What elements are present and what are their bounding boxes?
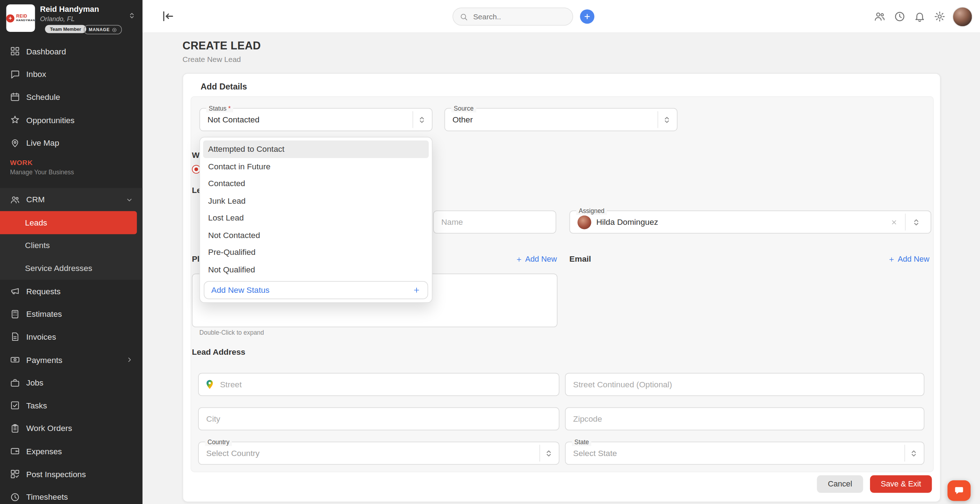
account-switcher-icon[interactable] [127,11,137,21]
search-input[interactable] [472,11,566,22]
timesheets-icon [10,492,20,502]
stepper-icon [661,114,672,125]
sidebar-item-clients[interactable]: Clients [0,234,143,257]
status-value: Not Contacted [207,115,404,124]
add-icon [413,286,421,294]
sidebar-item-live-map[interactable]: Live Map [0,132,143,154]
create-lead-card: Add Details Status * Not Contacted Sourc… [183,73,941,502]
company-logo: + REID HANDYMAN [6,4,35,32]
crm-icon [10,195,20,205]
sidebar: + REID HANDYMAN Reid Handyman Orlando, F… [0,0,143,504]
company-name: Reid Handyman [40,5,99,14]
chat-icon [954,485,965,496]
lead-address-title: Lead Address [192,347,245,357]
chevron-down-icon [125,195,134,204]
sidebar-item-post-inspections[interactable]: Post Inspections [0,463,143,486]
schedule-icon [10,92,20,102]
sidebar-item-requests[interactable]: Requests [0,280,143,303]
company-location: Orlando, FL [40,15,75,22]
zipcode-input[interactable] [565,407,924,431]
payments-icon [10,355,20,365]
obscured-label-fragment: Pl [192,254,199,263]
sidebar-item-dashboard[interactable]: Dashboard [0,40,143,63]
crm-group: CRM LeadsClientsService Addresses [0,188,143,280]
sidebar-item-estimates[interactable]: Estimates [0,303,143,326]
collapse-sidebar-icon[interactable] [160,9,175,24]
chevron-right-icon [125,355,134,364]
notifications-icon[interactable] [914,11,926,22]
street-continued-input[interactable] [565,373,924,396]
phone-add-new-button[interactable]: Add New [501,255,557,263]
sidebar-item-service-addresses[interactable]: Service Addresses [0,257,143,280]
status-option-contacted[interactable]: Contacted [203,175,429,192]
assigned-select[interactable]: Assigned Hilda Dominguez [570,211,931,234]
country-label: Country [205,439,232,446]
quick-add-button[interactable] [580,9,594,24]
expand-hint: Double-Click to expand [199,329,264,336]
add-new-status-button[interactable]: Add New Status [204,281,428,299]
work-orders-icon [10,423,20,433]
sidebar-item-expenses[interactable]: Expenses [0,440,143,463]
sidebar-item-schedule[interactable]: Schedule [0,86,143,108]
state-label: State [572,439,592,446]
cancel-button[interactable]: Cancel [817,475,863,493]
add-icon [888,256,895,263]
history-icon[interactable] [894,11,905,22]
city-input[interactable] [198,407,560,431]
status-option-contact-in-future[interactable]: Contact in Future [203,158,429,175]
sidebar-item-work-orders[interactable]: Work Orders [0,417,143,440]
email-section-label: Email [570,254,591,263]
estimates-icon [10,309,20,319]
name-input[interactable] [433,211,556,234]
status-option-not-contacted[interactable]: Not Contacted [203,227,429,244]
save-exit-button[interactable]: Save & Exit [870,475,932,493]
sidebar-item-tasks[interactable]: Tasks [0,394,143,417]
source-value: Other [452,115,649,124]
sidebar-item-invoices[interactable]: Invoices [0,325,143,348]
live-map-icon [10,138,20,148]
opportunities-icon [10,115,20,125]
sidebar-item-payments[interactable]: Payments [0,348,143,371]
status-option-not-qualified[interactable]: Not Qualified [203,261,429,278]
clear-assigned-icon[interactable] [890,218,898,226]
stepper-icon [908,447,919,458]
role-badge: Team Member [45,25,86,33]
sidebar-item-jobs[interactable]: Jobs [0,371,143,394]
stepper-icon [910,217,922,228]
settings-icon[interactable] [934,11,946,22]
country-select[interactable]: Country Select Country [198,442,560,465]
company-logo-icon: + [6,14,14,22]
state-select[interactable]: State Select State [565,442,924,465]
status-select[interactable]: Status * Not Contacted [199,108,433,132]
assignee-avatar [578,215,591,229]
invoices-icon [10,332,20,342]
status-dropdown-options: Attempted to ContactContact in FutureCon… [200,141,432,278]
expenses-icon [10,446,20,456]
status-option-pre-qualified[interactable]: Pre-Qualified [203,244,429,261]
email-add-new-button[interactable]: Add New [873,255,929,263]
state-value: Select State [573,449,896,458]
status-option-junk-lead[interactable]: Junk Lead [203,192,429,209]
status-option-attempted-to-contact[interactable]: Attempted to Contact [203,141,429,158]
chat-launcher-button[interactable] [947,480,971,501]
source-select[interactable]: Source Other [444,108,678,132]
status-option-lost-lead[interactable]: Lost Lead [203,209,429,227]
global-search[interactable] [452,8,573,26]
jobs-icon [10,378,20,388]
sidebar-item-inbox[interactable]: Inbox [0,63,143,86]
logo-text-bottom: HANDYMAN [16,19,35,22]
sidebar-item-leads[interactable]: Leads [0,211,137,234]
user-avatar[interactable] [953,7,972,27]
country-value: Select Country [206,449,531,458]
assigned-label: Assigned [576,207,607,215]
sidebar-item-crm[interactable]: CRM [0,188,143,211]
post-inspections-icon [10,469,20,479]
search-icon [460,12,468,21]
team-icon[interactable] [873,11,885,22]
account-switcher[interactable]: + REID HANDYMAN Reid Handyman Orlando, F… [0,0,143,39]
status-label: Status * [206,105,233,113]
manage-button[interactable]: MANAGE [84,25,122,34]
sidebar-item-opportunities[interactable]: Opportunities [0,108,143,132]
sidebar-item-timesheets[interactable]: Timesheets [0,485,143,504]
street-input[interactable] [198,373,560,396]
